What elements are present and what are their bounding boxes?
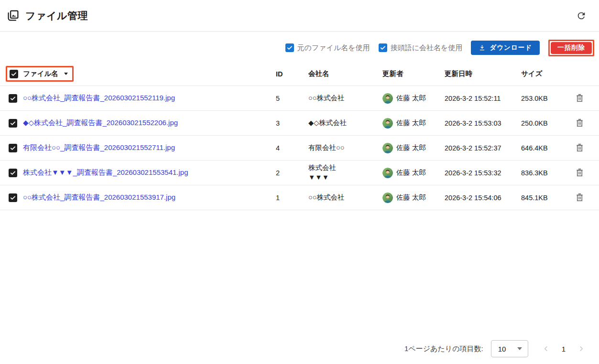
updater-name: 佐藤 太郎 (396, 193, 426, 202)
cell-updated-at: 2026-3-2 15:52:11 (445, 95, 521, 102)
cell-id: 1 (276, 194, 308, 202)
cell-company: 株式会社▼▼▼ (308, 163, 382, 182)
cell-company: ○○株式会社 (308, 94, 382, 103)
current-page-number: 1 (562, 345, 566, 353)
download-icon (479, 44, 486, 52)
table-row: ◆◇株式会社_調査報告書_202603021552206.jpg 3 ◆◇株式会… (0, 111, 599, 136)
download-button-label: ダウンロード (490, 43, 532, 52)
file-link[interactable]: 株式会社▼▼▼_調査報告書_202603021553541.jpg (23, 168, 188, 177)
cell-company: ◆◇株式会社 (308, 118, 382, 128)
delete-row-button[interactable] (574, 92, 586, 104)
updater-name: 佐藤 太郎 (396, 118, 426, 128)
updater-name: 佐藤 太郎 (396, 94, 426, 103)
file-link[interactable]: 有限会社○○_調査報告書_202603021552711.jpg (23, 143, 175, 152)
page-title: ファイル管理 (25, 9, 88, 22)
row-checkbox[interactable] (9, 144, 17, 152)
cell-size: 845.1KB (521, 194, 569, 202)
file-link[interactable]: ◆◇株式会社_調査報告書_202603021552206.jpg (23, 118, 178, 128)
checkbox-checked-icon (285, 43, 294, 52)
filename-header-annotation-box: ファイル名 (6, 66, 74, 82)
trash-icon (575, 143, 585, 153)
table-row: 株式会社▼▼▼_調査報告書_202603021553541.jpg 2 株式会社… (0, 161, 599, 185)
previous-page-button[interactable] (541, 343, 551, 354)
row-checkbox[interactable] (9, 119, 17, 128)
items-per-page-select[interactable]: 10 (491, 340, 528, 357)
table-header-row: ファイル名 ID 会社名 更新者 更新日時 サイズ (0, 62, 599, 86)
cell-size: 646.4KB (521, 144, 569, 152)
items-per-page-label: 1ページあたりの項目数: (404, 344, 483, 353)
file-link[interactable]: ○○株式会社_調査報告書_202603021553917.jpg (23, 193, 175, 202)
toolbar: 元のファイル名を使用 接頭語に会社名を使用 ダウンロード 一括削除 (0, 39, 599, 56)
cell-updater: 佐藤 太郎 (382, 93, 445, 104)
trash-icon (575, 168, 585, 178)
sort-caret-icon[interactable] (64, 73, 68, 75)
trash-icon (575, 118, 585, 128)
cell-id: 5 (276, 95, 308, 102)
cell-id: 3 (276, 119, 308, 127)
avatar (382, 93, 393, 104)
use-original-filename-checkbox[interactable]: 元のファイル名を使用 (285, 43, 370, 53)
chevron-right-icon (577, 344, 586, 353)
cell-updater: 佐藤 太郎 (382, 168, 445, 178)
cell-updated-at: 2026-3-2 15:53:03 (445, 119, 521, 127)
row-checkbox[interactable] (9, 193, 17, 202)
delete-row-button[interactable] (574, 167, 586, 179)
column-label-company: 会社名 (308, 69, 382, 79)
header-cell-filename: ファイル名 (6, 66, 276, 82)
refresh-icon (576, 11, 587, 21)
cell-company: 有限会社○○ (308, 143, 382, 153)
avatar (382, 193, 393, 203)
use-company-prefix-label: 接頭語に会社名を使用 (391, 43, 463, 53)
select-all-checkbox[interactable] (10, 70, 18, 78)
chevron-down-icon (517, 347, 522, 350)
checkbox-checked-icon (379, 43, 387, 52)
chevron-left-icon (542, 344, 550, 353)
cell-updated-at: 2026-3-2 15:54:06 (445, 194, 521, 202)
next-page-button[interactable] (576, 343, 587, 354)
trash-icon (575, 93, 585, 103)
bulk-delete-button[interactable]: 一括削除 (551, 42, 592, 54)
column-label-filename[interactable]: ファイル名 (23, 69, 58, 78)
photo-library-icon (7, 9, 20, 22)
cell-updater: 佐藤 太郎 (382, 143, 445, 153)
row-checkbox[interactable] (9, 94, 17, 103)
download-button[interactable]: ダウンロード (471, 41, 540, 55)
page-navigation: 1 (541, 343, 587, 354)
avatar (382, 118, 393, 128)
refresh-button[interactable] (574, 9, 588, 23)
table-row: ○○株式会社_調査報告書_202603021553917.jpg 1 ○○株式会… (0, 185, 599, 210)
file-table: ファイル名 ID 会社名 更新者 更新日時 サイズ ○○株式会社_調査報告書_2… (0, 62, 599, 210)
updater-name: 佐藤 太郎 (396, 143, 426, 152)
table-row: 有限会社○○_調査報告書_202603021552711.jpg 4 有限会社○… (0, 136, 599, 161)
bulk-delete-button-label: 一括削除 (557, 43, 585, 52)
file-management-page: ファイル管理 元のファイル名を使用 接頭語に会社名を使用 (0, 0, 599, 364)
cell-size: 836.3KB (521, 169, 569, 177)
cell-updater: 佐藤 太郎 (382, 193, 445, 203)
row-checkbox[interactable] (9, 169, 17, 177)
bulk-delete-annotation-box: 一括削除 (548, 40, 594, 56)
pagination: 1ページあたりの項目数: 10 1 (0, 340, 599, 364)
cell-id: 4 (276, 144, 308, 152)
column-label-updater: 更新者 (382, 69, 445, 78)
cell-id: 2 (276, 169, 308, 177)
cell-size: 253.0KB (521, 95, 569, 102)
cell-company: ○○株式会社 (308, 193, 382, 203)
file-link[interactable]: ○○株式会社_調査報告書_202603021552119.jpg (23, 94, 175, 103)
use-company-prefix-checkbox[interactable]: 接頭語に会社名を使用 (379, 43, 463, 53)
column-label-size: サイズ (521, 69, 569, 78)
column-label-id: ID (276, 70, 308, 78)
cell-size: 250.0KB (521, 119, 569, 127)
page-header: ファイル管理 (0, 0, 599, 32)
delete-row-button[interactable] (574, 142, 586, 154)
delete-row-button[interactable] (574, 192, 586, 203)
cell-updater: 佐藤 太郎 (382, 118, 445, 128)
use-original-filename-label: 元のファイル名を使用 (297, 43, 370, 53)
delete-row-button[interactable] (574, 117, 586, 129)
column-label-updated-at: 更新日時 (445, 69, 521, 78)
items-per-page-value: 10 (498, 345, 506, 353)
avatar (382, 168, 393, 178)
table-row: ○○株式会社_調査報告書_202603021552119.jpg 5 ○○株式会… (0, 86, 599, 111)
trash-icon (575, 193, 585, 203)
cell-updated-at: 2026-3-2 15:52:37 (445, 144, 521, 152)
cell-updated-at: 2026-3-2 15:53:32 (445, 169, 521, 177)
